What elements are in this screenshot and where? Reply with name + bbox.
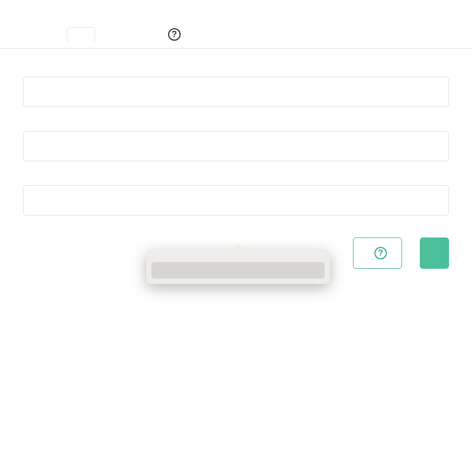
input-font-color[interactable] — [23, 185, 449, 216]
font-color-swatch — [31, 189, 441, 211]
help-icon[interactable]: ? — [374, 247, 387, 259]
update-button[interactable] — [420, 237, 449, 269]
tab-format[interactable]: ? — [149, 21, 194, 48]
form-content: ? — [0, 49, 472, 269]
tab-button-input[interactable] — [95, 27, 122, 42]
input-bg-bottom[interactable] — [23, 131, 449, 161]
tab-header[interactable] — [40, 27, 67, 42]
tab-body[interactable] — [67, 27, 95, 43]
tab-notifications[interactable] — [122, 27, 149, 42]
color-picker-popover — [146, 249, 330, 284]
show-colors-button[interactable] — [151, 262, 325, 279]
input-bg-top[interactable] — [23, 77, 449, 107]
field-font-color — [23, 176, 449, 216]
reset-button[interactable]: ? — [353, 237, 402, 269]
tabs-bar: ? — [0, 21, 472, 49]
field-bg-top — [23, 67, 449, 107]
tab-global[interactable] — [13, 27, 40, 42]
help-icon[interactable]: ? — [168, 28, 181, 41]
field-bg-bottom — [23, 122, 449, 161]
